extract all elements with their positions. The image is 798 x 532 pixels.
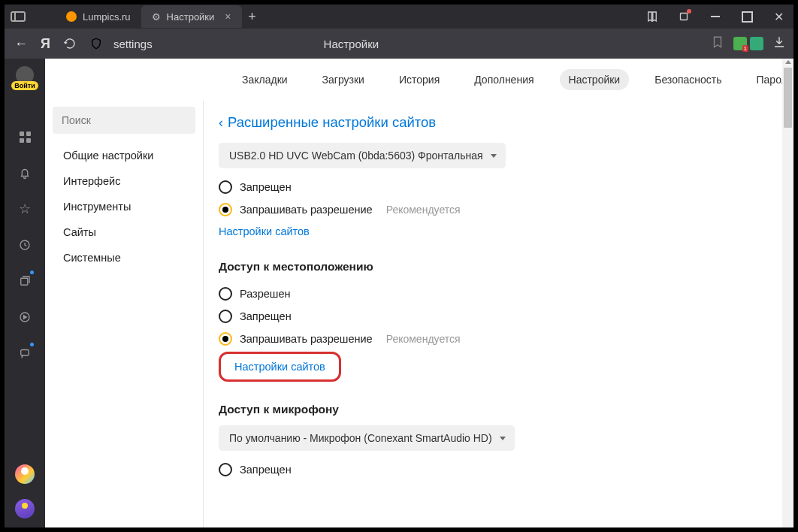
nav-bookmarks[interactable]: Закладки xyxy=(233,69,297,90)
svg-rect-4 xyxy=(21,350,29,356)
login-badge: Войти xyxy=(11,81,38,90)
radio-selected-icon xyxy=(219,332,232,346)
reload-button[interactable] xyxy=(61,35,79,53)
location-sites-link-highlight: Настройки сайтов xyxy=(219,352,341,382)
nav-security[interactable]: Безопасность xyxy=(645,69,730,90)
address-bar: ← Я settings Настройки 1 xyxy=(5,29,793,59)
back-button[interactable]: ← xyxy=(12,35,30,53)
tab-label: Настройки xyxy=(167,11,215,23)
svg-rect-2 xyxy=(21,278,28,285)
chevron-left-icon: ‹ xyxy=(219,115,223,131)
page-title: Настройки xyxy=(324,38,379,50)
nav-settings[interactable]: Настройки xyxy=(560,69,630,90)
site-security-icon[interactable] xyxy=(89,36,103,51)
new-tab-button[interactable]: + xyxy=(242,6,263,27)
sidebar-item-tools[interactable]: Инструменты xyxy=(53,194,203,219)
camera-sites-link[interactable]: Настройки сайтов xyxy=(219,221,310,242)
settings-sidebar: Общие настройки Интерфейс Инструменты Са… xyxy=(45,101,203,527)
location-option-allow[interactable]: Разрешен xyxy=(219,283,786,305)
radio-icon xyxy=(219,180,232,194)
sidebar-item-system[interactable]: Системные xyxy=(53,245,203,271)
extensions-group[interactable]: 1 xyxy=(733,37,763,50)
bell-icon[interactable] xyxy=(14,162,35,183)
star-icon[interactable]: ☆ xyxy=(14,198,35,219)
close-window-button[interactable]: ✕ xyxy=(769,8,787,26)
radio-selected-icon xyxy=(219,203,232,216)
section-title: Расширенные настройки сайтов xyxy=(228,114,436,131)
sidebar-toggle-icon[interactable] xyxy=(11,11,26,22)
notifications-icon[interactable] xyxy=(675,8,693,26)
side-panel: Войти ☆ xyxy=(5,59,45,527)
profile-avatar[interactable]: Войти xyxy=(14,65,35,86)
close-tab-icon[interactable]: × xyxy=(225,11,231,23)
tab-strip: Lumpics.ru ⚙ Настройки × + xyxy=(56,5,643,29)
favicon-icon xyxy=(66,11,77,22)
section-back-link[interactable]: ‹ Расширенные настройки сайтов xyxy=(219,114,786,131)
nav-extensions[interactable]: Дополнения xyxy=(465,69,543,90)
bookmark-icon[interactable] xyxy=(711,35,724,52)
settings-detail: ‹ Расширенные настройки сайтов USB2.0 HD… xyxy=(203,101,793,527)
location-sites-link[interactable]: Настройки сайтов xyxy=(234,361,325,373)
history-icon[interactable] xyxy=(14,234,35,255)
svg-rect-0 xyxy=(681,14,688,20)
camera-device-select[interactable]: USB2.0 HD UVC WebCam (0bda:5603) Фронтал… xyxy=(219,143,506,168)
tab-settings[interactable]: ⚙ Настройки × xyxy=(141,5,242,28)
titlebar: Lumpics.ru ⚙ Настройки × + ✕ xyxy=(5,5,793,29)
camera-option-ask[interactable]: Запрашивать разрешение Рекомендуется xyxy=(219,198,786,221)
microphone-option-deny[interactable]: Запрещен xyxy=(219,458,786,481)
radio-icon xyxy=(219,287,232,301)
yandex-logo-icon[interactable]: Я xyxy=(41,36,50,52)
window-controls: ✕ xyxy=(643,8,787,26)
sidebar-item-general[interactable]: Общие настройки xyxy=(53,143,203,168)
camera-option-deny[interactable]: Запрещен xyxy=(219,176,786,198)
nav-history[interactable]: История xyxy=(390,69,449,90)
radio-icon xyxy=(219,310,232,323)
radio-icon xyxy=(219,463,232,476)
reader-icon[interactable] xyxy=(643,8,661,26)
collections-icon[interactable] xyxy=(14,271,35,292)
url-text[interactable]: settings xyxy=(113,38,153,50)
alice-alt-icon[interactable] xyxy=(15,499,35,518)
location-option-ask[interactable]: Запрашивать разрешение Рекомендуется xyxy=(219,328,786,350)
tab-lumpics[interactable]: Lumpics.ru xyxy=(56,5,141,28)
content-area: Закладки Загрузки История Дополнения Нас… xyxy=(45,59,793,527)
dropdown-value: USB2.0 HD UVC WebCam (0bda:5603) Фронтал… xyxy=(229,150,483,162)
sidebar-item-interface[interactable]: Интерфейс xyxy=(53,168,203,194)
location-heading: Доступ к местоположению xyxy=(219,260,786,274)
maximize-button[interactable] xyxy=(738,8,756,26)
search-input[interactable] xyxy=(53,107,195,134)
microphone-heading: Доступ к микрофону xyxy=(219,403,786,416)
downloads-icon[interactable] xyxy=(772,35,786,53)
dropdown-value: По умолчанию - Микрофон (Conexant SmartA… xyxy=(229,432,492,444)
chat-icon[interactable] xyxy=(14,343,35,364)
nav-downloads[interactable]: Загрузки xyxy=(313,69,373,90)
alice-icon[interactable] xyxy=(15,464,35,484)
location-option-deny[interactable]: Запрещен xyxy=(219,305,786,328)
sidebar-item-sites[interactable]: Сайты xyxy=(53,219,203,245)
extension-icon[interactable] xyxy=(750,37,763,50)
apps-grid-icon[interactable] xyxy=(14,126,35,147)
microphone-device-select[interactable]: По умолчанию - Микрофон (Conexant SmartA… xyxy=(219,425,515,451)
minimize-button[interactable] xyxy=(706,8,724,26)
extension-icon[interactable]: 1 xyxy=(733,37,747,50)
tab-label: Lumpics.ru xyxy=(83,11,131,23)
scroll-up-icon[interactable] xyxy=(785,60,791,64)
gear-icon: ⚙ xyxy=(152,11,161,23)
settings-top-nav: Закладки Загрузки История Дополнения Нас… xyxy=(45,59,793,101)
play-icon[interactable] xyxy=(14,307,35,328)
